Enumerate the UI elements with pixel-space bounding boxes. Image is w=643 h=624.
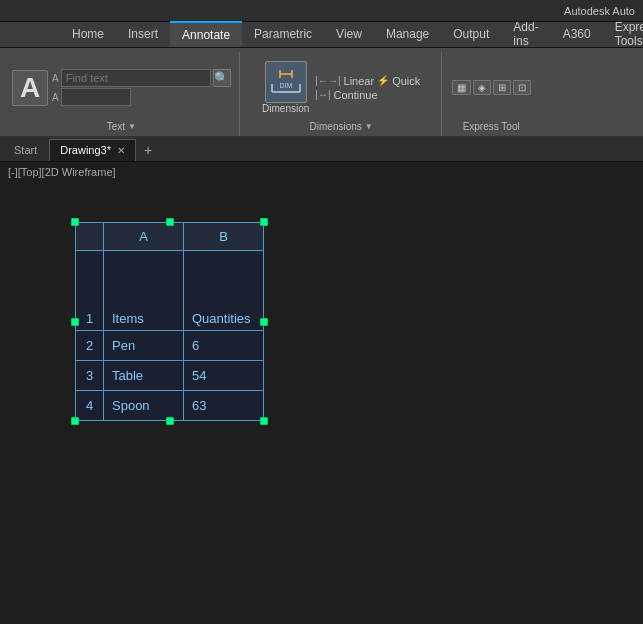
handle-top-right[interactable] <box>260 218 268 226</box>
express-tools-group: ▦ ◈ ⊞ ⊡ Express Tool <box>444 52 539 136</box>
tab-parametric[interactable]: Parametric <box>242 21 324 47</box>
dimension-icon: DIM <box>265 61 307 103</box>
dimensions-ribbon-group: DIM Dimension |←→| Linear ⚡ Quick |↔| Co… <box>242 52 442 136</box>
header-rownum <box>76 223 104 251</box>
tab-output[interactable]: Output <box>441 21 501 47</box>
tab-home[interactable]: Home <box>60 21 116 47</box>
row2-col-b: 6 <box>184 331 264 361</box>
title-quantities: Quantities <box>184 251 264 331</box>
tab-annotate[interactable]: Annotate <box>170 21 242 47</box>
linear-button[interactable]: Linear <box>344 75 375 87</box>
document-tab-bar: Start Drawing3* ✕ + <box>0 138 643 162</box>
header-col-b: B <box>184 223 264 251</box>
dimension-label: Dimension <box>262 103 309 114</box>
multiline-text-button[interactable]: A <box>12 70 48 106</box>
size-a-icon: A <box>52 92 59 103</box>
handle-mid-left[interactable] <box>71 318 79 326</box>
row2-num: 2 <box>76 331 104 361</box>
quick-icon: ⚡ <box>377 75 389 86</box>
dimensions-group-label: Dimensions ▼ <box>310 121 373 134</box>
text-group-label: Text ▼ <box>107 121 136 134</box>
handle-top-mid[interactable] <box>166 218 174 226</box>
table-row: 2 Pen 6 <box>76 331 264 361</box>
express-btn-1[interactable]: ▦ <box>452 80 471 95</box>
autocad-table-container[interactable]: A B 1 Items Quantities 2 Pen 6 3 <box>75 222 264 421</box>
title-items: Items <box>104 251 184 331</box>
table-row: 4 Spoon 63 <box>76 391 264 421</box>
quick-button[interactable]: Quick <box>392 75 420 87</box>
handle-top-left[interactable] <box>71 218 79 226</box>
tab-add-ins[interactable]: Add-ins <box>501 21 550 47</box>
text-group-content: A A 🔍 A 0.2000 <box>12 54 231 121</box>
row2-col-a: Pen <box>104 331 184 361</box>
continue-icon: |↔| <box>315 89 330 100</box>
handle-mid-right[interactable] <box>260 318 268 326</box>
express-group-content: ▦ ◈ ⊞ ⊡ <box>452 54 531 121</box>
express-group-label: Express Tool <box>463 121 520 134</box>
find-text-input[interactable] <box>61 69 211 87</box>
svg-text:DIM: DIM <box>279 82 292 89</box>
text-ribbon-group: A A 🔍 A 0.2000 Text ▼ <box>4 52 240 136</box>
handle-bot-left[interactable] <box>71 417 79 425</box>
viewport-label: [-][Top][2D Wireframe] <box>0 162 643 182</box>
tab-manage[interactable]: Manage <box>374 21 441 47</box>
tab-a360[interactable]: A360 <box>551 21 603 47</box>
drawing3-tab[interactable]: Drawing3* ✕ <box>49 139 136 161</box>
title-row-num: 1 <box>76 251 104 331</box>
express-btn-3[interactable]: ⊞ <box>493 80 511 95</box>
ribbon-tabs-bar: Home Insert Annotate Parametric View Man… <box>0 22 643 48</box>
table-row: 3 Table 54 <box>76 361 264 391</box>
dim-sub-buttons: |←→| Linear ⚡ Quick |↔| Continue <box>315 75 420 101</box>
start-tab[interactable]: Start <box>4 139 47 161</box>
row4-col-a: Spoon <box>104 391 184 421</box>
table-title-row: 1 Items Quantities <box>76 251 264 331</box>
title-text: Autodesk Auto <box>564 5 635 17</box>
tab-express-tools[interactable]: Express Tools <box>603 21 643 47</box>
row3-num: 3 <box>76 361 104 391</box>
table-header-row: A B <box>76 223 264 251</box>
continue-button[interactable]: Continue <box>334 89 378 101</box>
text-size-input[interactable]: 0.2000 <box>61 88 131 106</box>
row3-col-a: Table <box>104 361 184 391</box>
text-sub-buttons: A 🔍 A 0.2000 <box>52 69 231 106</box>
express-btn-4[interactable]: ⊡ <box>513 80 531 95</box>
title-bar: Autodesk Auto <box>0 0 643 22</box>
handle-bot-right[interactable] <box>260 417 268 425</box>
linear-icon: |←→| <box>315 75 340 86</box>
handle-bot-mid[interactable] <box>166 417 174 425</box>
express-btn-2[interactable]: ◈ <box>473 80 491 95</box>
dimensions-group-content: DIM Dimension |←→| Linear ⚡ Quick |↔| Co… <box>262 54 420 121</box>
continue-row: |↔| Continue <box>315 89 420 101</box>
tab-view[interactable]: View <box>324 21 374 47</box>
row3-col-b: 54 <box>184 361 264 391</box>
find-search-icon[interactable]: 🔍 <box>213 69 231 87</box>
header-col-a: A <box>104 223 184 251</box>
close-drawing3-tab[interactable]: ✕ <box>117 145 125 156</box>
tab-insert[interactable]: Insert <box>116 21 170 47</box>
linear-row: |←→| Linear ⚡ Quick <box>315 75 420 87</box>
text-group-chevron[interactable]: ▼ <box>128 122 136 131</box>
dimensions-group-chevron[interactable]: ▼ <box>365 122 373 131</box>
data-table: A B 1 Items Quantities 2 Pen 6 3 <box>75 222 264 421</box>
size-row: A 0.2000 <box>52 88 231 106</box>
row4-col-b: 63 <box>184 391 264 421</box>
ribbon: A A 🔍 A 0.2000 Text ▼ <box>0 48 643 138</box>
new-tab-button[interactable]: + <box>138 140 158 160</box>
find-label: A <box>52 73 59 84</box>
row4-num: 4 <box>76 391 104 421</box>
canvas-area: A B 1 Items Quantities 2 Pen 6 3 <box>0 182 643 622</box>
find-row: A 🔍 <box>52 69 231 87</box>
dimension-button[interactable]: DIM Dimension <box>262 61 309 114</box>
